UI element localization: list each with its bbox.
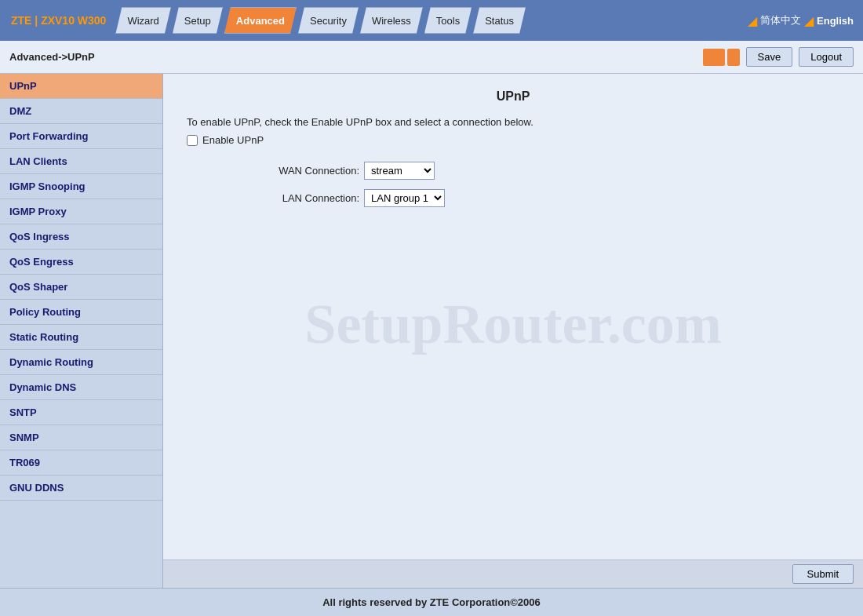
sidebar-item-qos-shaper[interactable]: QoS Shaper: [0, 275, 162, 300]
topnav: ZTE | ZXV10 W300 Wizard Setup Advanced S…: [0, 0, 863, 41]
sidebar-item-igmp-snooping[interactable]: IGMP Snooping: [0, 174, 162, 199]
enable-upnp-label[interactable]: Enable UPnP: [202, 134, 264, 146]
nav-wizard[interactable]: Wizard: [115, 7, 170, 34]
footer: All rights reserved by ZTE Corporation©2…: [0, 588, 863, 616]
page-title: UPnP: [187, 89, 839, 104]
sidebar-item-policy-routing[interactable]: Policy Routing: [0, 300, 162, 325]
brand-prefix: ZTE |: [11, 14, 41, 27]
footer-text: All rights reserved by ZTE Corporation©2…: [322, 596, 541, 608]
sidebar-item-sntp[interactable]: SNTP: [0, 400, 162, 425]
sidebar-item-snmp[interactable]: SNMP: [0, 425, 162, 450]
sidebar-item-dmz[interactable]: DMZ: [0, 99, 162, 124]
nav-setup[interactable]: Setup: [173, 7, 223, 34]
sidebar-item-igmp-proxy[interactable]: IGMP Proxy: [0, 199, 162, 224]
status-bar-1: [703, 49, 725, 66]
breadcrumb: Advanced->UPnP: [9, 51, 95, 63]
nav-wireless[interactable]: Wireless: [360, 7, 423, 34]
brand: ZTE | ZXV10 W300: [3, 14, 114, 27]
nav-status[interactable]: Status: [473, 7, 526, 34]
lang-divider: ◢: [748, 13, 757, 28]
nav-security[interactable]: Security: [298, 7, 359, 34]
enable-upnp-row: Enable UPnP: [187, 134, 839, 146]
nav-tools[interactable]: Tools: [424, 7, 472, 34]
status-bar-2: [727, 49, 740, 66]
sidebar-item-tr069[interactable]: TR069: [0, 450, 162, 476]
lan-label: LAN Connection:: [234, 192, 359, 204]
status-indicator: [703, 49, 740, 66]
breadcrumb-right: Save Logout: [703, 47, 854, 67]
lang-cn[interactable]: 简体中文: [760, 13, 801, 27]
lan-connection-select[interactable]: LAN group 1: [364, 189, 445, 207]
form-table: WAN Connection: stream LAN Connection: L…: [234, 162, 839, 207]
watermark: SetupRouter.com: [304, 292, 721, 357]
sidebar-item-gnu-ddns[interactable]: GNU DDNS: [0, 476, 162, 501]
sidebar-item-lan-clients[interactable]: LAN Clients: [0, 149, 162, 174]
breadcrumb-bar: Advanced->UPnP Save Logout: [0, 41, 863, 74]
lang-en[interactable]: English: [817, 15, 854, 27]
submit-button[interactable]: Submit: [792, 564, 854, 584]
content-area: SetupRouter.com UPnP To enable UPnP, che…: [163, 74, 863, 588]
logout-button[interactable]: Logout: [799, 47, 854, 67]
sidebar-item-qos-ingress[interactable]: QoS Ingress: [0, 224, 162, 250]
content-inner: UPnP To enable UPnP, check the Enable UP…: [163, 74, 863, 232]
wan-label: WAN Connection:: [234, 165, 359, 177]
lang-divider2: ◢: [804, 13, 814, 28]
sidebar: UPnP DMZ Port Forwarding LAN Clients IGM…: [0, 74, 163, 588]
main-layout: UPnP DMZ Port Forwarding LAN Clients IGM…: [0, 74, 863, 588]
sidebar-item-port-forwarding[interactable]: Port Forwarding: [0, 124, 162, 149]
sidebar-item-static-routing[interactable]: Static Routing: [0, 325, 162, 350]
bottom-bar: Submit: [163, 560, 863, 588]
sidebar-item-qos-engress[interactable]: QoS Engress: [0, 250, 162, 275]
wan-connection-select[interactable]: stream: [364, 162, 435, 180]
lan-connection-row: LAN Connection: LAN group 1: [234, 189, 839, 207]
brand-model: ZXV10 W300: [41, 14, 106, 27]
sidebar-item-dynamic-routing[interactable]: Dynamic Routing: [0, 350, 162, 375]
wan-connection-row: WAN Connection: stream: [234, 162, 839, 180]
description: To enable UPnP, check the Enable UPnP bo…: [187, 116, 839, 128]
nav-advanced[interactable]: Advanced: [224, 7, 297, 34]
sidebar-item-upnp[interactable]: UPnP: [0, 74, 162, 99]
enable-upnp-checkbox[interactable]: [187, 135, 198, 146]
lang-area: ◢ 简体中文 ◢ English: [748, 13, 860, 28]
sidebar-item-dynamic-dns[interactable]: Dynamic DNS: [0, 375, 162, 400]
save-button[interactable]: Save: [746, 47, 793, 67]
